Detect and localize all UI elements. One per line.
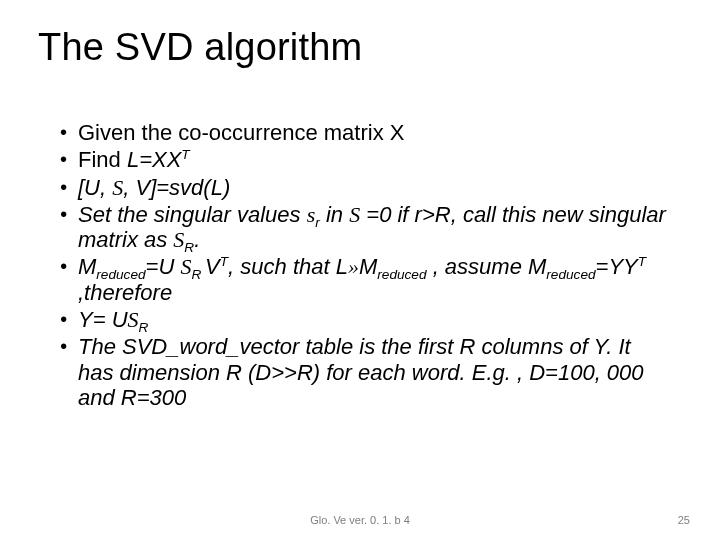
bullet-1: Given the co-occurrence matrix X xyxy=(60,120,670,145)
b5-c: V xyxy=(205,254,220,279)
b3-a: [U, xyxy=(78,175,112,200)
b2-a: Find xyxy=(78,147,127,172)
slide-title: The SVD algorithm xyxy=(38,26,362,69)
b5-f: , assume M xyxy=(427,254,547,279)
b5-sup-T2: T xyxy=(638,254,646,269)
b4-a: Set the singular values xyxy=(78,202,307,227)
b6-sigma: S xyxy=(128,307,139,332)
slide-body: Given the co-occurrence matrix X Find L=… xyxy=(60,120,670,412)
b1-text: Given the co-occurrence matrix X xyxy=(78,120,404,145)
b4-sigma3: S xyxy=(173,227,184,252)
slide: The SVD algorithm Given the co-occurrenc… xyxy=(0,0,720,540)
b2-sup: T xyxy=(181,147,189,162)
b5-b: =U xyxy=(146,254,181,279)
slide-number: 25 xyxy=(678,514,690,526)
bullet-3: [U, S, V]=svd(L) xyxy=(60,175,670,200)
b4-sigma-l: s xyxy=(307,202,316,227)
bullet-2: Find L=XXT xyxy=(60,147,670,172)
b5-sub-red3: reduced xyxy=(546,268,595,283)
b3-sigma: S xyxy=(112,175,123,200)
bullet-7: The SVD_word_vector table is the first R… xyxy=(60,334,670,410)
b5-a: M xyxy=(78,254,96,279)
b5-d: , such that L xyxy=(228,254,348,279)
b5-e: M xyxy=(359,254,377,279)
b7-a: The SVD_word_vector table is the first R… xyxy=(78,334,644,410)
b5-sub-R1: R xyxy=(191,268,205,283)
footer-center: Glo. Ve ver. 0. 1. b 4 xyxy=(0,514,720,526)
b6-a: Y= U xyxy=(78,307,128,332)
bullet-6: Y= USR xyxy=(60,307,670,332)
b5-sup-T1: T xyxy=(220,254,228,269)
bullet-5: Mreduced=U SR VT, such that L»Mreduced ,… xyxy=(60,254,670,305)
bullet-list: Given the co-occurrence matrix X Find L=… xyxy=(60,120,670,410)
approx-icon: » xyxy=(348,254,359,279)
b6-sub-R: R xyxy=(139,320,149,335)
b2-b: L=XX xyxy=(127,147,181,172)
b4-d: . xyxy=(194,227,200,252)
b5-sigma1: S xyxy=(180,254,191,279)
bullet-4: Set the singular values sr in S =0 if r>… xyxy=(60,202,670,253)
b5-sub-red2: reduced xyxy=(377,268,426,283)
b4-b: in xyxy=(320,202,349,227)
b4-sigma2: S xyxy=(349,202,360,227)
b5-h: ,therefore xyxy=(78,280,172,305)
b5-g: =YY xyxy=(596,254,638,279)
b3-b: , V]=svd(L) xyxy=(123,175,230,200)
